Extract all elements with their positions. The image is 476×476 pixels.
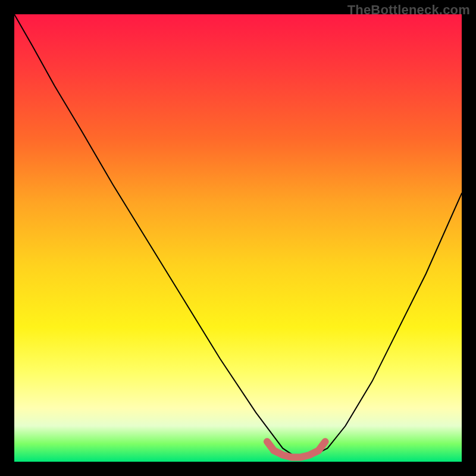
chart-svg	[14, 14, 462, 462]
watermark-text: TheBottleneck.com	[347, 2, 470, 18]
bottleneck-curve	[14, 14, 462, 458]
chart-frame: TheBottleneck.com	[0, 0, 476, 476]
optimal-zone-marker	[267, 441, 325, 457]
